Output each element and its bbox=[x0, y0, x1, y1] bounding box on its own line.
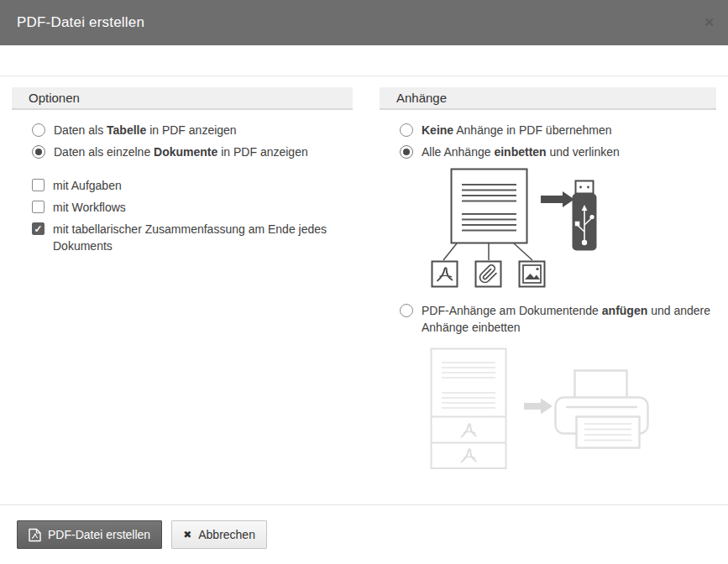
radio-circle-icon bbox=[400, 304, 413, 317]
checkbox-with-workflows[interactable]: ✓ mit Workflows bbox=[32, 199, 353, 216]
radio-circle-icon bbox=[400, 145, 413, 159]
dialog-title: PDF-Datei erstellen bbox=[17, 0, 144, 45]
options-section-header: Optionen bbox=[12, 87, 353, 110]
dialog-body: Optionen Daten als Tabelle in PDF anzeig… bbox=[12, 87, 716, 470]
embed-illustration bbox=[430, 168, 601, 289]
close-icon[interactable]: ✕ bbox=[704, 0, 715, 45]
options-column: Optionen Daten als Tabelle in PDF anzeig… bbox=[12, 87, 353, 470]
image-attachment-icon bbox=[520, 262, 545, 287]
attachments-column: Anhänge Keine Anhänge in PDF übernehmen … bbox=[380, 87, 716, 470]
header-divider bbox=[0, 76, 728, 76]
create-pdf-dialog: PDF-Datei erstellen ✕ Optionen Daten als… bbox=[0, 0, 728, 564]
radio-data-as-documents[interactable]: Daten als einzelne Dokumente in PDF anze… bbox=[32, 144, 353, 160]
cancel-x-icon: ✖ bbox=[183, 529, 191, 540]
checkbox-label: mit Workflows bbox=[53, 199, 126, 216]
checkbox-label: mit Aufgaben bbox=[53, 177, 122, 194]
printer-icon bbox=[556, 371, 648, 448]
document-icon bbox=[452, 170, 527, 243]
checkbox-with-tasks[interactable]: ✓ mit Aufgaben bbox=[32, 177, 353, 194]
radio-label: Daten als Tabelle in PDF anzeigen bbox=[54, 122, 237, 138]
footer: PDF-Datei erstellen ✖ Abbrechen bbox=[17, 520, 267, 549]
document-stack-icon bbox=[432, 349, 506, 469]
attachments-section-header: Anhänge bbox=[380, 87, 716, 110]
checkbox-icon: ✓ bbox=[32, 222, 45, 235]
append-illustration bbox=[430, 347, 657, 470]
radio-label: Keine Anhänge in PDF übernehmen bbox=[422, 122, 611, 138]
dialog-header: PDF-Datei erstellen ✕ bbox=[0, 0, 728, 45]
checkbox-with-summary[interactable]: ✓ mit tabellarischer Zusammenfassung am … bbox=[32, 221, 353, 254]
checkbox-icon: ✓ bbox=[32, 179, 45, 191]
options-checkbox-group: ✓ mit Aufgaben ✓ mit Workflows ✓ mit tab… bbox=[12, 177, 353, 254]
paperclip-attachment-icon bbox=[476, 262, 501, 287]
cancel-label: Abbrechen bbox=[198, 528, 255, 541]
radio-embed-all[interactable]: Alle Anhänge einbetten und verlinken bbox=[400, 144, 716, 160]
radio-append-pdf[interactable]: PDF-Anhänge am Dokumentende anfügen und … bbox=[400, 302, 716, 336]
arrow-right-icon bbox=[541, 191, 574, 207]
radio-data-as-table[interactable]: Daten als Tabelle in PDF anzeigen bbox=[32, 122, 353, 138]
checkbox-icon: ✓ bbox=[32, 201, 45, 213]
cancel-button[interactable]: ✖ Abbrechen bbox=[171, 520, 267, 549]
checkbox-label: mit tabellarischer Zusammenfassung am En… bbox=[53, 221, 353, 254]
usb-stick-icon bbox=[573, 181, 597, 251]
create-pdf-label: PDF-Datei erstellen bbox=[48, 528, 150, 541]
pdf-attachment-icon bbox=[432, 262, 458, 287]
options-radio-group: Daten als Tabelle in PDF anzeigen Daten … bbox=[12, 122, 353, 160]
attachments-radio-group: Keine Anhänge in PDF übernehmen Alle Anh… bbox=[380, 122, 716, 470]
footer-divider bbox=[0, 504, 728, 505]
radio-circle-icon bbox=[32, 123, 45, 137]
radio-label: Daten als einzelne Dokumente in PDF anze… bbox=[54, 144, 308, 160]
arrow-right-disabled-icon bbox=[524, 399, 553, 415]
radio-circle-icon bbox=[400, 123, 413, 137]
radio-no-attachments[interactable]: Keine Anhänge in PDF übernehmen bbox=[400, 122, 716, 138]
pdf-file-icon bbox=[29, 528, 41, 542]
radio-label: Alle Anhänge einbetten und verlinken bbox=[422, 144, 620, 160]
radio-label: PDF-Anhänge am Dokumentende anfügen und … bbox=[422, 302, 716, 336]
radio-circle-icon bbox=[32, 145, 45, 159]
create-pdf-button[interactable]: PDF-Datei erstellen bbox=[17, 520, 162, 549]
